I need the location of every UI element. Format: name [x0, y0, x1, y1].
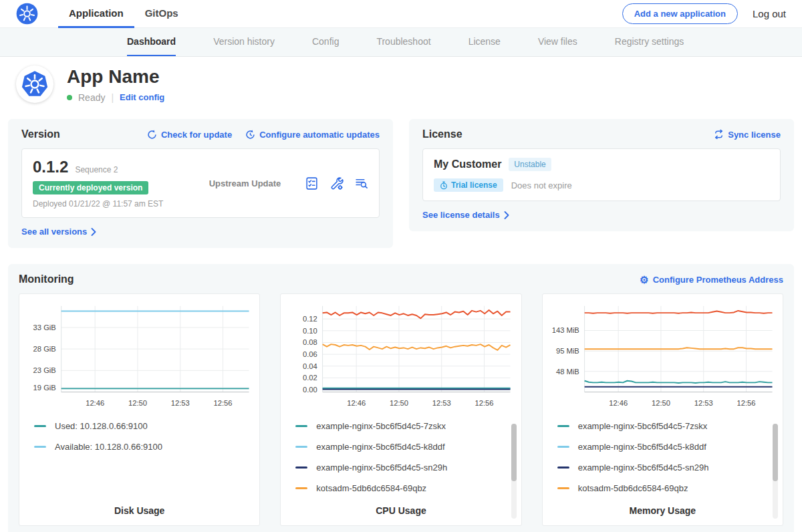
chevron-right-icon [91, 228, 96, 236]
svg-text:12:56: 12:56 [737, 399, 755, 407]
disk-usage-title: Disk Usage [25, 505, 254, 516]
legend-item: kotsadm-5db6dc6584-69qbz [557, 483, 777, 493]
cpu-usage-chart: 0.120.100.080.060.040.020.0012:4612:5012… [286, 301, 515, 413]
logout-button[interactable]: Log out [753, 8, 786, 19]
license-expiry: Does not expire [511, 180, 572, 190]
svg-text:0.04: 0.04 [303, 362, 317, 370]
edit-config-values-icon[interactable] [329, 176, 344, 190]
license-card: License Sync license My Customer Unstabl… [409, 119, 794, 231]
trial-license-badge: Trial license [434, 178, 503, 192]
legend-item: example-nginx-5bc6f5d4c5-k8ddf [557, 442, 777, 452]
sync-license-label: Sync license [728, 130, 781, 140]
sync-license-link[interactable]: Sync license [714, 130, 781, 140]
version-number: 0.1.2 [33, 158, 68, 176]
legend-item: kotsadm-5db6dc6584-69qbz [295, 483, 515, 493]
svg-text:33 GiB: 33 GiB [33, 323, 56, 331]
see-all-versions-link[interactable]: See all versions [21, 227, 96, 237]
currently-deployed-badge: Currently deployed version [33, 181, 148, 194]
check-for-update-label: Check for update [161, 130, 232, 140]
app-kubernetes-icon [16, 65, 53, 103]
legend-item: Available: 10.128.0.66:9100 [34, 442, 254, 452]
subtab-license[interactable]: License [469, 28, 501, 56]
status-dot-icon [67, 95, 72, 100]
legend-item: example-nginx-5bc6f5d4c5-sn29h [295, 462, 515, 473]
configure-automatic-updates-link[interactable]: Configure automatic updates [245, 130, 380, 140]
add-application-button[interactable]: Add a new application [622, 3, 738, 24]
svg-text:12:46: 12:46 [86, 399, 104, 407]
version-sequence: Sequence 2 [75, 165, 118, 174]
chevron-right-icon [504, 211, 509, 219]
svg-text:12:50: 12:50 [128, 399, 147, 407]
legend-label: example-nginx-5bc6f5d4c5-k8ddf [316, 442, 444, 452]
version-info: 0.1.2 Sequence 2 Currently deployed vers… [33, 158, 185, 209]
legend-swatch-icon [295, 467, 307, 469]
page-title: App Name [67, 66, 164, 88]
svg-text:12:46: 12:46 [347, 399, 366, 407]
legend-item: example-nginx-5bc6f5d4c5-k8ddf [295, 442, 515, 452]
svg-text:95 MiB: 95 MiB [556, 347, 579, 355]
legend-item: Used: 10.128.0.66:9100 [34, 421, 254, 431]
memory-usage-legend: example-nginx-5bc6f5d4c5-7zskxexample-ng… [557, 421, 777, 504]
svg-text:12:46: 12:46 [609, 399, 628, 407]
tab-gitops[interactable]: GitOps [134, 0, 189, 28]
version-card: Version Check for update Configure au [8, 119, 393, 248]
legend-scrollbar-thumb[interactable] [773, 424, 778, 481]
license-card-title: License [422, 128, 462, 140]
subtab-dashboard[interactable]: Dashboard [127, 28, 176, 56]
disk-usage-chart: 33 GiB28 GiB23 GiB19 GiB12:4612:5012:531… [25, 301, 254, 413]
svg-text:12:53: 12:53 [432, 399, 451, 407]
app-meta: App Name Ready | Edit config [67, 66, 164, 103]
legend-label: example-nginx-5bc6f5d4c5-sn29h [578, 462, 709, 473]
check-for-update-link[interactable]: Check for update [147, 130, 232, 140]
configure-prometheus-link[interactable]: ⚙ Configure Prometheus Address [640, 275, 783, 285]
app-status-row: Ready | Edit config [67, 92, 164, 103]
license-box: My Customer Unstable Trial license Does … [422, 148, 781, 201]
app-header: App Name Ready | Edit config [0, 57, 802, 114]
monitoring-title: Monitoring [19, 273, 74, 285]
stopwatch-icon [440, 181, 448, 190]
monitoring-card: Monitoring ⚙ Configure Prometheus Addres… [8, 264, 794, 532]
top-nav: Application GitOps Add a new application… [0, 0, 802, 28]
legend-swatch-icon [557, 487, 569, 489]
see-license-details-link[interactable]: See license details [422, 210, 509, 220]
configure-prometheus-label: Configure Prometheus Address [653, 275, 783, 285]
divider: | [111, 92, 114, 103]
legend-item: example-nginx-5bc6f5d4c5-7zskx [295, 421, 515, 431]
configure-automatic-updates-label: Configure automatic updates [259, 130, 380, 140]
legend-scrollbar[interactable] [511, 424, 517, 519]
update-schedule-icon [245, 130, 255, 140]
subtab-view-files[interactable]: View files [538, 28, 577, 56]
edit-config-link[interactable]: Edit config [120, 92, 164, 102]
memory-usage-chart: 143 MiB95 MiB48 MiB12:4612:5012:5312:56 [548, 301, 777, 413]
disk-usage-legend: Used: 10.128.0.66:9100Available: 10.128.… [34, 421, 254, 504]
svg-text:0.08: 0.08 [303, 338, 317, 346]
preflight-checks-icon[interactable] [305, 176, 319, 190]
subtab-config[interactable]: Config [312, 28, 339, 56]
legend-label: kotsadm-5db6dc6584-69qbz [316, 483, 426, 493]
gear-icon: ⚙ [640, 275, 648, 285]
app-sub-nav: Dashboard Version history Config Trouble… [0, 28, 802, 57]
cards-row: Version Check for update Configure au [8, 119, 794, 248]
update-type-label: Upstream Update [185, 178, 305, 188]
subtab-troubleshoot[interactable]: Troubleshoot [376, 28, 430, 56]
subtab-registry-settings[interactable]: Registry settings [615, 28, 684, 56]
legend-label: example-nginx-5bc6f5d4c5-k8ddf [578, 442, 706, 452]
tab-application[interactable]: Application [58, 0, 134, 28]
see-license-details-label: See license details [422, 210, 500, 220]
deploy-logs-icon[interactable] [354, 176, 368, 190]
legend-item: example-nginx-5bc6f5d4c5-sn29h [557, 462, 777, 473]
svg-text:23 GiB: 23 GiB [33, 366, 56, 374]
svg-text:12:56: 12:56 [475, 399, 494, 407]
legend-scrollbar-thumb[interactable] [511, 424, 517, 481]
deployed-timestamp: Deployed 01/21/22 @ 11:57 am EST [33, 199, 185, 209]
see-all-versions-label: See all versions [21, 227, 87, 237]
memory-usage-panel: 143 MiB95 MiB48 MiB12:4612:5012:5312:56 … [542, 293, 783, 526]
cpu-usage-panel: 0.120.100.080.060.040.020.0012:4612:5012… [280, 293, 521, 526]
legend-scrollbar[interactable] [773, 424, 778, 519]
svg-text:0.10: 0.10 [303, 327, 317, 335]
legend-swatch-icon [557, 446, 569, 448]
top-tabs: Application GitOps [58, 0, 189, 28]
customer-name: My Customer [434, 158, 501, 170]
subtab-version-history[interactable]: Version history [213, 28, 275, 56]
sync-icon [714, 130, 724, 139]
